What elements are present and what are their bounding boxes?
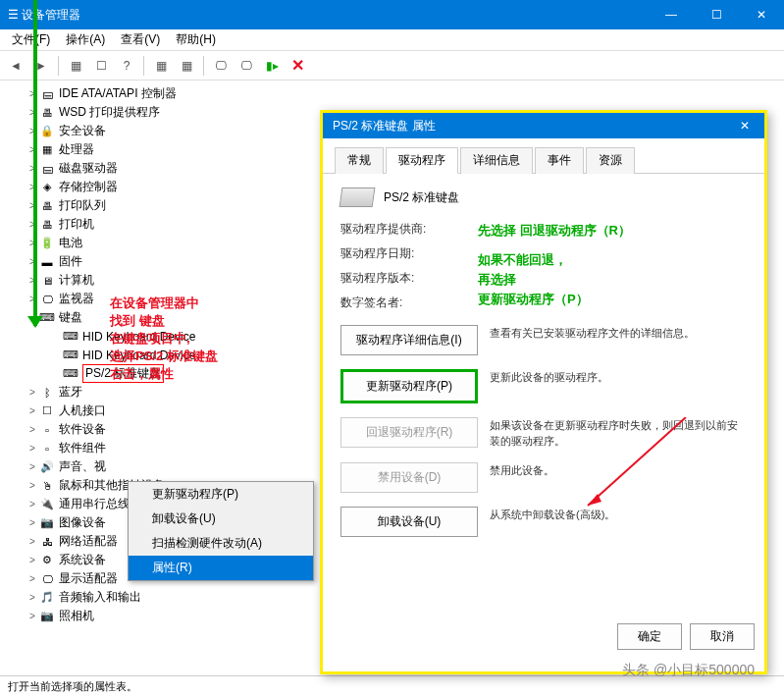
- twisty-icon[interactable]: >: [26, 387, 39, 398]
- tb-icon[interactable]: ☐: [89, 54, 113, 78]
- tb-icon[interactable]: ▦: [175, 54, 198, 78]
- keyboard-icon: [340, 188, 376, 207]
- device-icon: ⌨: [63, 329, 78, 345]
- dialog-tab[interactable]: 事件: [535, 147, 584, 174]
- device-icon: 🖴: [39, 86, 55, 102]
- device-icon: ᛒ: [39, 385, 55, 401]
- twisty-icon[interactable]: >: [26, 592, 39, 603]
- row-version: 驱动程序版本:: [340, 270, 448, 287]
- device-icon: 🖶: [39, 105, 55, 121]
- twisty-icon[interactable]: >: [26, 499, 39, 509]
- device-icon: ▫: [39, 441, 55, 456]
- menu-view[interactable]: 查看(V): [113, 29, 168, 50]
- menu-bar: 文件(F) 操作(A) 查看(V) 帮助(H): [0, 29, 784, 51]
- device-icon: 📷: [39, 609, 55, 624]
- dialog-title: PS/2 标准键盘 属性: [333, 118, 436, 134]
- annotation-red-arrow: [578, 417, 696, 515]
- tree-label: 网络适配器: [59, 533, 118, 550]
- dialog-close-button[interactable]: ✕: [725, 119, 764, 133]
- device-icon: ▫: [39, 422, 55, 438]
- tree-label: 存储控制器: [59, 179, 118, 195]
- menu-help[interactable]: 帮助(H): [168, 29, 224, 50]
- annotation-red-text: 在设备管理器中 找到 键盘 在键盘项目中, 选择PS/2 标准键盘 右击，属性: [110, 295, 218, 383]
- maximize-button[interactable]: ☐: [694, 0, 739, 29]
- tb-delete-icon[interactable]: ✕: [286, 54, 309, 78]
- ok-button[interactable]: 确定: [617, 623, 682, 650]
- back-button[interactable]: ◄: [4, 54, 27, 78]
- row-date: 驱动程序日期:: [340, 245, 448, 262]
- device-icon: 🖴: [39, 161, 55, 177]
- device-name: PS/2 标准键盘: [384, 189, 459, 206]
- context-menu-item[interactable]: 卸载设备(U): [129, 507, 313, 531]
- tree-label: 安全设备: [59, 123, 106, 139]
- context-menu-item[interactable]: 属性(R): [129, 556, 313, 580]
- tree-label: 计算机: [59, 272, 94, 289]
- menu-action[interactable]: 操作(A): [58, 29, 113, 50]
- dialog-tab[interactable]: 资源: [586, 147, 635, 174]
- dialog-tab[interactable]: 常规: [335, 147, 384, 174]
- tree-label: 电池: [59, 235, 82, 251]
- dialog-tab[interactable]: 驱动程序: [386, 147, 458, 174]
- tree-label: 音频输入和输出: [59, 589, 141, 606]
- minimize-button[interactable]: —: [649, 0, 694, 29]
- tb-icon[interactable]: ▦: [149, 54, 173, 78]
- tb-icon[interactable]: ▦: [64, 54, 87, 78]
- device-icon: ▬: [39, 254, 55, 270]
- svg-line-0: [588, 417, 686, 506]
- tree-label: 软件组件: [59, 440, 106, 456]
- menu-file[interactable]: 文件(F): [4, 29, 58, 50]
- device-icon: ☐: [39, 403, 55, 419]
- tb-icon[interactable]: ?: [115, 54, 138, 78]
- device-icon: ▦: [39, 142, 55, 158]
- twisty-icon[interactable]: >: [26, 555, 39, 565]
- twisty-icon[interactable]: >: [26, 443, 39, 454]
- tree-label: 软件设备: [59, 421, 106, 438]
- annotation-arrow-down: [33, 0, 37, 326]
- properties-dialog: PS/2 标准键盘 属性 ✕ 常规驱动程序详细信息事件资源 PS/2 标准键盘 …: [320, 110, 767, 674]
- device-icon: 🖥: [39, 273, 55, 289]
- app-icon: ☰: [8, 8, 19, 22]
- twisty-icon[interactable]: >: [26, 424, 39, 435]
- twisty-icon[interactable]: >: [26, 536, 39, 547]
- tree-label: WSD 打印提供程序: [59, 104, 160, 121]
- driver-details-button[interactable]: 驱动程序详细信息(I): [340, 325, 478, 355]
- tree-label: 键盘: [59, 309, 82, 326]
- device-icon: 🖶: [39, 217, 55, 233]
- row-signer: 数字签名者:: [340, 295, 448, 311]
- annotation-green-text: 先选择 回退驱动程序（R） 如果不能回退， 再选择 更新驱动程序（P）: [478, 221, 631, 309]
- device-icon: 🔋: [39, 236, 55, 251]
- twisty-icon[interactable]: >: [26, 405, 39, 416]
- device-icon: ◈: [39, 180, 55, 195]
- dialog-tabs: 常规驱动程序详细信息事件资源: [323, 138, 764, 174]
- dialog-tab[interactable]: 详细信息: [460, 147, 533, 174]
- uninstall-device-button[interactable]: 卸载设备(U): [340, 507, 478, 537]
- twisty-icon[interactable]: >: [26, 517, 39, 528]
- twisty-icon[interactable]: >: [26, 461, 39, 472]
- context-menu-item[interactable]: 扫描检测硬件改动(A): [129, 531, 313, 556]
- twisty-icon[interactable]: >: [26, 480, 39, 491]
- update-driver-button[interactable]: 更新驱动程序(P): [340, 369, 478, 403]
- tree-label: 系统设备: [59, 552, 106, 568]
- window-titlebar: ☰ 设备管理器 — ☐ ✕: [0, 0, 784, 29]
- twisty-icon[interactable]: >: [26, 611, 39, 621]
- tree-item[interactable]: >🖴IDE ATA/ATAPI 控制器: [6, 84, 778, 103]
- context-menu: 更新驱动程序(P)卸载设备(U)扫描检测硬件改动(A)属性(R): [128, 481, 314, 581]
- cancel-button[interactable]: 取消: [690, 623, 755, 650]
- tb-icon[interactable]: 🖵: [235, 54, 258, 78]
- twisty-icon[interactable]: >: [26, 573, 39, 584]
- device-icon: 🎵: [39, 590, 55, 606]
- disable-device-button[interactable]: 禁用设备(D): [340, 462, 478, 493]
- device-icon: 🔌: [39, 497, 55, 512]
- row-vendor: 驱动程序提供商:: [340, 221, 448, 238]
- device-icon: 🖧: [39, 534, 55, 550]
- close-button[interactable]: ✕: [739, 0, 784, 29]
- tree-label: 图像设备: [59, 514, 106, 531]
- context-menu-item[interactable]: 更新驱动程序(P): [129, 482, 313, 507]
- tb-icon[interactable]: ▮▸: [260, 54, 284, 78]
- tb-icon[interactable]: 🖵: [209, 54, 233, 78]
- rollback-driver-button[interactable]: 回退驱动程序(R): [340, 417, 478, 448]
- watermark: 头条 @小目标500000: [622, 662, 755, 679]
- device-icon: 🔊: [39, 459, 55, 475]
- tree-label: 磁盘驱动器: [59, 160, 118, 177]
- device-icon: 🖱: [39, 478, 55, 494]
